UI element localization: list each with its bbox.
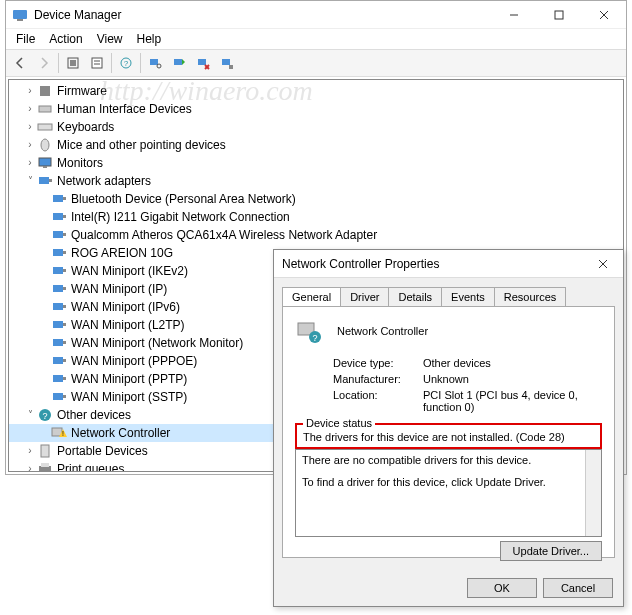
svg-rect-3 [555, 11, 563, 19]
ok-button[interactable]: OK [467, 578, 537, 598]
svg-rect-30 [63, 197, 66, 200]
svg-rect-19 [222, 59, 230, 65]
svg-text:!: ! [62, 430, 64, 437]
tab-resources[interactable]: Resources [494, 287, 567, 306]
manufacturer-value: Unknown [423, 373, 602, 385]
net-icon [51, 191, 67, 207]
svg-rect-58 [41, 445, 49, 457]
unknown-icon: ? [37, 407, 53, 423]
tree-category[interactable]: › Keyboards [9, 118, 623, 136]
status-line-2: There are no compatible drivers for this… [302, 454, 595, 466]
forward-button[interactable] [33, 52, 55, 74]
warn-icon: ! [51, 425, 67, 441]
tree-label: Intel(R) I211 Gigabit Network Connection [71, 208, 290, 226]
tree-label: Keyboards [57, 118, 114, 136]
device-type-value: Other devices [423, 357, 602, 369]
tree-item[interactable]: Bluetooth Device (Personal Area Network) [9, 190, 623, 208]
svg-rect-29 [53, 195, 63, 202]
tree-category[interactable]: › Firmware [9, 82, 623, 100]
svg-rect-38 [63, 269, 66, 272]
expander-icon[interactable]: › [23, 460, 37, 472]
expander-icon[interactable]: › [23, 154, 37, 172]
expander-icon[interactable]: › [23, 442, 37, 460]
tab-general[interactable]: General [282, 287, 341, 306]
svg-rect-13 [150, 59, 158, 65]
tree-label: Mice and other pointing devices [57, 136, 226, 154]
svg-rect-46 [63, 341, 66, 344]
svg-rect-15 [174, 59, 182, 65]
net-icon [51, 353, 67, 369]
svg-rect-44 [63, 323, 66, 326]
svg-rect-0 [13, 10, 27, 19]
expander-icon[interactable]: › [23, 100, 37, 118]
expander-icon[interactable]: ˅ [23, 406, 37, 424]
device-icon: ? [295, 317, 323, 345]
uninstall-button[interactable] [192, 52, 214, 74]
close-button[interactable] [581, 1, 626, 29]
back-button[interactable] [9, 52, 31, 74]
dialog-titlebar: Network Controller Properties [274, 250, 623, 278]
cancel-button[interactable]: Cancel [543, 578, 613, 598]
tree-category[interactable]: › Mice and other pointing devices [9, 136, 623, 154]
dialog-buttons: OK Cancel [467, 578, 613, 598]
tree-label: Firmware [57, 82, 107, 100]
svg-text:?: ? [312, 333, 317, 343]
scan-button[interactable] [144, 52, 166, 74]
dialog-title: Network Controller Properties [282, 257, 583, 271]
svg-rect-32 [63, 215, 66, 218]
tree-label: WAN Miniport (PPPOE) [71, 352, 197, 370]
device-name: Network Controller [337, 325, 428, 337]
tree-category[interactable]: › Monitors [9, 154, 623, 172]
location-value: PCI Slot 1 (PCI bus 4, device 0, functio… [423, 389, 602, 413]
net-icon [51, 389, 67, 405]
properties-button[interactable] [86, 52, 108, 74]
tab-events[interactable]: Events [441, 287, 495, 306]
location-label: Location: [333, 389, 423, 413]
svg-rect-33 [53, 231, 63, 238]
svg-rect-26 [43, 166, 47, 168]
status-scrollbar[interactable] [585, 450, 601, 536]
svg-rect-49 [53, 375, 63, 382]
show-hidden-button[interactable] [62, 52, 84, 74]
svg-rect-42 [63, 305, 66, 308]
minimize-button[interactable] [491, 1, 536, 29]
svg-point-24 [41, 139, 49, 151]
tree-label: Monitors [57, 154, 103, 172]
tree-label: Network adapters [57, 172, 151, 190]
net-icon [51, 299, 67, 315]
expander-icon[interactable]: › [23, 136, 37, 154]
svg-rect-8 [92, 58, 102, 68]
net-icon [51, 263, 67, 279]
svg-rect-60 [41, 463, 49, 467]
expander-icon[interactable]: › [23, 118, 37, 136]
dialog-close-button[interactable] [583, 250, 623, 278]
menu-action[interactable]: Action [43, 30, 88, 48]
tree-category[interactable]: › Human Interface Devices [9, 100, 623, 118]
toolbar: ? [6, 49, 626, 77]
menubar: File Action View Help [6, 29, 626, 49]
tree-label: Human Interface Devices [57, 100, 192, 118]
expander-icon[interactable]: › [23, 82, 37, 100]
net-icon [51, 227, 67, 243]
tree-item[interactable]: Intel(R) I211 Gigabit Network Connection [9, 208, 623, 226]
menu-help[interactable]: Help [131, 30, 168, 48]
tab-details[interactable]: Details [388, 287, 442, 306]
tree-category[interactable]: ˅ Network adapters [9, 172, 623, 190]
disable-button[interactable] [216, 52, 238, 74]
update-driver-button[interactable]: Update Driver... [500, 541, 602, 561]
maximize-button[interactable] [536, 1, 581, 29]
properties-dialog: Network Controller Properties General Dr… [273, 249, 624, 607]
tree-label: WAN Miniport (SSTP) [71, 388, 187, 406]
expander-icon[interactable]: ˅ [23, 172, 37, 190]
help-button[interactable]: ? [115, 52, 137, 74]
status-textbox[interactable]: There are no compatible drivers for this… [295, 449, 602, 537]
menu-file[interactable]: File [10, 30, 41, 48]
tab-driver[interactable]: Driver [340, 287, 389, 306]
update-driver-button[interactable] [168, 52, 190, 74]
tree-label: ROG AREION 10G [71, 244, 173, 262]
tree-item[interactable]: Qualcomm Atheros QCA61x4A Wireless Netwo… [9, 226, 623, 244]
tree-label: WAN Miniport (IP) [71, 280, 167, 298]
tree-label: Qualcomm Atheros QCA61x4A Wireless Netwo… [71, 226, 377, 244]
menu-view[interactable]: View [91, 30, 129, 48]
svg-rect-43 [53, 321, 63, 328]
